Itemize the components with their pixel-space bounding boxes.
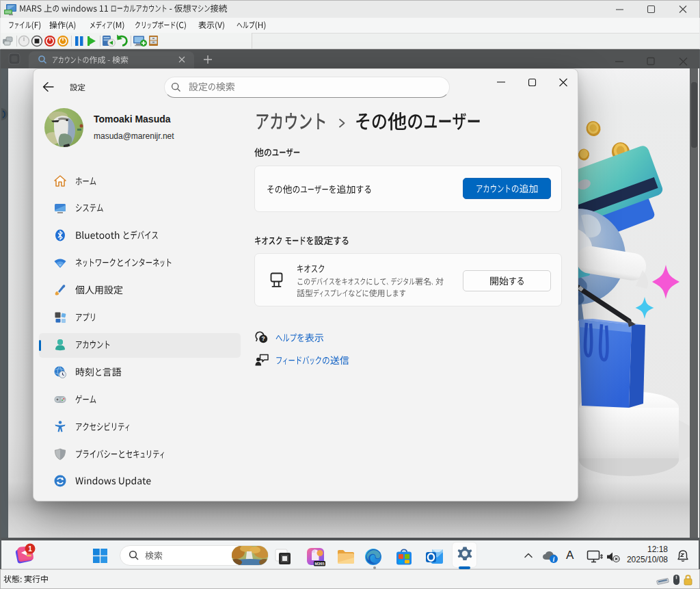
svg-text:1: 1: [28, 545, 32, 553]
svg-text:M365: M365: [314, 562, 325, 566]
svg-text:i: i: [553, 555, 555, 563]
svg-text:?: ?: [262, 335, 265, 342]
